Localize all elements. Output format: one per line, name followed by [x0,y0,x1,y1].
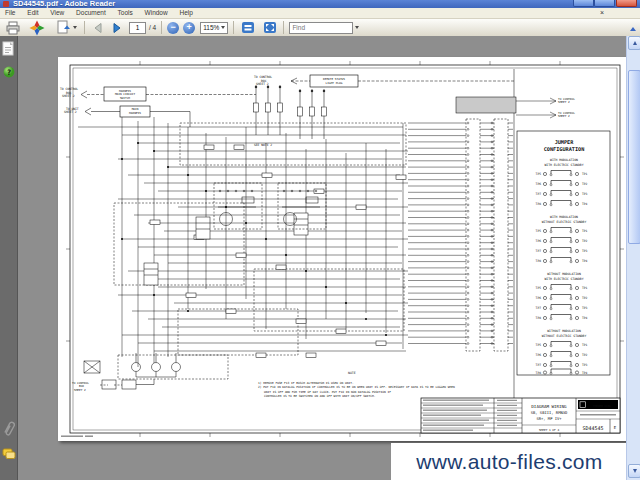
close-button[interactable] [616,0,637,7]
svg-text:TP1: TP1 [582,172,588,176]
svg-text:WITH ELECTRIC STANDBY: WITH ELECTRIC STANDBY [544,277,583,281]
menu-file[interactable]: File [0,8,20,17]
fullscreen-button[interactable] [261,20,278,35]
svg-text:?: ? [7,68,12,77]
svg-text:SD44545: SD44545 [582,425,603,431]
svg-text:TP5: TP5 [536,229,542,233]
svg-text:JUMPER: JUMPER [555,139,575,145]
scrolling-mode-button[interactable] [239,20,256,35]
find-input[interactable] [289,22,353,34]
menubar-close-icon[interactable]: × [600,9,604,16]
page-total-label: / 4 [149,24,156,31]
share-button[interactable] [53,20,79,35]
page-number-input[interactable] [129,22,146,34]
svg-text:TP8: TP8 [536,202,542,206]
collaborate-button[interactable] [27,20,47,35]
menu-tools[interactable]: Tools [113,8,138,17]
scrollbar-thumb[interactable] [628,70,640,244]
svg-text:TP2: TP2 [582,182,588,186]
svg-text:SB, SBIII, RMN3D: SB, SBIII, RMN3D [531,410,568,415]
scroll-down-arrow-icon [633,469,637,473]
menu-document[interactable]: Document [71,8,111,17]
svg-text:WITHOUT ELECTRIC STANDBY: WITHOUT ELECTRIC STANDBY [542,334,587,338]
zoom-out-button[interactable]: − [167,22,179,34]
svg-text:WITH MODULATION: WITH MODULATION [550,215,578,219]
svg-text:TP5: TP5 [536,172,542,176]
svg-text:TP2: TP2 [582,296,588,300]
svg-text:TP1: TP1 [582,229,588,233]
see-note-label: SEE NOTE 2 [254,143,272,147]
title-bar[interactable]: SD44545.pdf - Adobe Reader [0,0,640,8]
svg-text:WITHOUT ELECTRIC STANDBY: WITHOUT ELECTRIC STANDBY [542,220,587,224]
wiring-diagram: TO CONTROL BOX SHEET 2 HARNESS MAIN CIRC… [58,57,626,441]
print-button[interactable] [3,20,23,35]
svg-text:TP2: TP2 [582,239,588,243]
svg-text:CONTROLLER IS TO BE SWITCHED O: CONTROLLER IS TO BE SWITCHED ON AND OFF … [264,394,376,398]
svg-text:TP6: TP6 [536,182,542,186]
svg-text:TP2: TP2 [582,353,588,357]
drawing-notes: NOTE 1) REMOVE FUSE F13 IF BOSCH ALTERNA… [258,371,455,398]
watermark: www.auto-files.com [391,443,626,480]
svg-text:TP6: TP6 [536,353,542,357]
svg-text:TP4: TP4 [582,202,588,206]
acrobat-collaborate-icon [29,20,45,36]
minimize-button[interactable] [573,0,594,7]
zoom-level-select[interactable]: 115% [200,22,228,34]
svg-text:UNIT IS OFF AND FOR TIME OF DA: UNIT IS OFF AND FOR TIME OF DAY CLOCK. P… [264,390,391,394]
corner-stamp [61,436,93,437]
svg-text:HARNESS: HARNESS [129,111,141,115]
help-icon[interactable]: ? [3,66,15,78]
svg-text:WITHOUT MODULATION: WITHOUT MODULATION [547,329,581,333]
svg-text:SR+, MP IV+: SR+, MP IV+ [536,416,562,421]
scroll-down-button[interactable] [628,464,640,478]
document-area: TO CONTROL BOX SHEET 2 HARNESS MAIN CIRC… [18,36,626,480]
navigation-pane: ? [0,36,18,480]
svg-text:DIAGRAM WIRING: DIAGRAM WIRING [531,404,567,409]
vertical-scrollbar[interactable] [626,36,640,480]
find-dropdown-caret[interactable] [355,26,359,29]
zoom-in-button[interactable]: + [183,22,195,34]
comments-panel-icon[interactable] [2,448,16,460]
svg-text:TP1: TP1 [582,286,588,290]
title-block: DIAGRAM WIRING SB, SBIII, RMN3D SR+, MP … [421,398,620,433]
svg-text:TP5: TP5 [536,343,542,347]
svg-text:LIGHT PLUG: LIGHT PLUG [326,81,343,85]
watermark-text: www.auto-files.com [416,450,602,474]
svg-text:2) PUT F10 IN DATALOG POSITION: 2) PUT F10 IN DATALOG POSITION IF CONTRO… [258,385,455,389]
svg-text:TP3: TP3 [582,192,588,196]
top-left-labels: TO CONTROL BOX SHEET 2 HARNESS MAIN CIRC… [60,75,514,127]
previous-page-icon [92,22,104,34]
scroll-up-button[interactable] [628,36,640,50]
fullscreen-icon [263,21,277,34]
svg-text:TP3: TP3 [582,249,588,253]
maximize-button[interactable] [594,0,615,7]
svg-text:TP7: TP7 [536,306,542,310]
next-page-button[interactable] [109,20,124,35]
toolbar-expand-chevron-icon[interactable] [630,27,636,31]
toolbar: / 4 − + 115% [0,19,640,37]
svg-text:SWITCH: SWITCH [120,96,130,100]
pages-panel-icon[interactable] [2,41,15,57]
content-area: ? [0,36,640,480]
svg-text:TP7: TP7 [536,249,542,253]
menu-view[interactable]: View [45,8,69,17]
previous-page-button[interactable] [90,20,105,35]
svg-text:TP7: TP7 [536,192,542,196]
share-document-icon [55,20,71,35]
three-phase-feeders [254,85,327,139]
svg-text:NOTE: NOTE [348,371,356,375]
menu-window[interactable]: Window [140,8,173,17]
svg-text:WITHOUT MODULATION: WITHOUT MODULATION [547,272,581,276]
svg-text:TP3: TP3 [582,363,588,367]
menu-edit[interactable]: Edit [22,8,43,17]
toolbar-separator [84,21,85,34]
svg-text:TP8: TP8 [536,316,542,320]
svg-text:TP5: TP5 [536,286,542,290]
svg-text:TP4: TP4 [582,316,588,320]
menu-help[interactable]: Help [174,8,197,17]
svg-text:SHEET 2: SHEET 2 [256,82,269,86]
scrolling-mode-icon [241,21,255,34]
attachments-paperclip-icon[interactable] [4,420,15,438]
toolbar-separator [161,21,162,34]
terminal-strips [408,119,513,351]
